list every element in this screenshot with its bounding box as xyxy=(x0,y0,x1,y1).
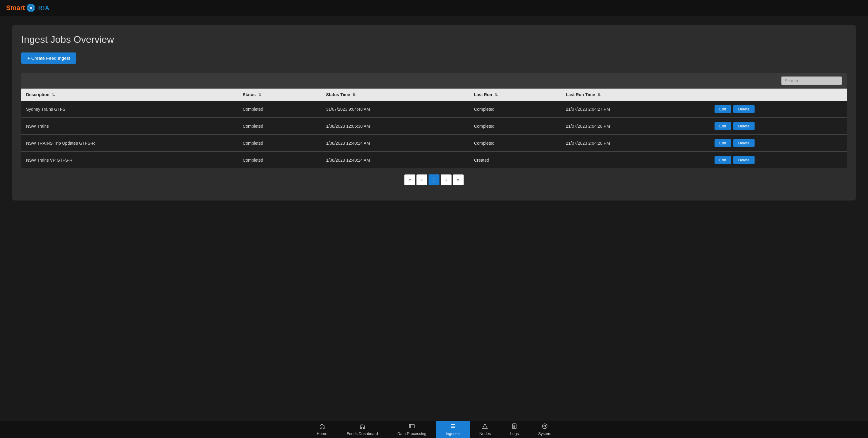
system-icon xyxy=(542,423,548,431)
cell-last-run-2: Completed xyxy=(469,135,561,152)
pagination-current-button[interactable]: 1 xyxy=(429,175,439,185)
table-header: Description ⇅ Status ⇅ Status Time ⇅ L xyxy=(21,89,847,101)
edit-button-0[interactable]: Edit xyxy=(715,105,731,113)
cell-status-1: Completed xyxy=(238,118,321,135)
pagination-first-button[interactable]: « xyxy=(404,175,415,185)
delete-button-0[interactable]: Delete xyxy=(733,105,754,113)
logo: Smart π RTA xyxy=(6,4,49,12)
cell-description-0: Sydney Trains GTFS xyxy=(21,101,238,118)
logo-pi-icon: π xyxy=(27,4,35,12)
nodes-icon xyxy=(482,423,488,431)
cell-last-run-0: Completed xyxy=(469,101,561,118)
logs-icon xyxy=(512,423,518,431)
ingester-label: Ingester xyxy=(446,431,460,436)
logo-smart-text: Smart xyxy=(6,4,25,12)
bottom-nav: Home Feeds Dashboard Data Processing Ing… xyxy=(0,421,868,438)
table-toolbar xyxy=(21,73,847,89)
cell-status-time-3: 1/08/2023 12:48:14 AM xyxy=(321,152,469,169)
feeds-dashboard-icon xyxy=(360,423,366,431)
nav-item-system[interactable]: System xyxy=(528,421,561,438)
edit-button-3[interactable]: Edit xyxy=(715,156,731,164)
svg-point-13 xyxy=(542,424,547,429)
cell-actions-0: Edit Delete xyxy=(710,101,847,118)
logo-rta-text: RTA xyxy=(38,5,49,11)
nodes-label: Nodes xyxy=(479,431,491,436)
edit-button-1[interactable]: Edit xyxy=(715,122,731,130)
create-feed-ingest-button[interactable]: + Create Feed Ingest xyxy=(21,53,76,64)
nav-item-data-processing[interactable]: Data Processing xyxy=(388,421,436,438)
header: Smart π RTA xyxy=(0,0,868,16)
svg-rect-3 xyxy=(409,424,414,428)
data-processing-icon xyxy=(409,423,415,431)
svg-text:π: π xyxy=(30,6,32,10)
delete-button-2[interactable]: Delete xyxy=(733,139,754,147)
cell-description-2: NSW TRAINS Trip Updates GTFS-R xyxy=(21,135,238,152)
pagination: « ‹ 1 › » xyxy=(21,168,847,191)
system-label: System xyxy=(538,431,551,436)
svg-point-14 xyxy=(544,425,546,427)
sort-status-icon[interactable]: ⇅ xyxy=(258,93,261,97)
content-panel: Ingest Jobs Overview + Create Feed Inges… xyxy=(12,25,856,200)
cell-last-run-1: Completed xyxy=(469,118,561,135)
delete-button-3[interactable]: Delete xyxy=(733,156,754,164)
col-description: Description ⇅ xyxy=(21,89,238,101)
cell-description-1: NSW Trains xyxy=(21,118,238,135)
pagination-next-button[interactable]: › xyxy=(441,175,452,185)
cell-status-time-0: 31/07/2023 9:04:48 AM xyxy=(321,101,469,118)
home-label: Home xyxy=(317,431,327,436)
feeds-dashboard-label: Feeds Dashboard xyxy=(347,431,378,436)
sort-description-icon[interactable]: ⇅ xyxy=(52,93,55,97)
cell-actions-3: Edit Delete xyxy=(710,152,847,169)
nav-item-home[interactable]: Home xyxy=(307,421,337,438)
page-title: Ingest Jobs Overview xyxy=(21,34,847,45)
cell-actions-2: Edit Delete xyxy=(710,135,847,152)
edit-button-2[interactable]: Edit xyxy=(715,139,731,147)
nav-item-feeds-dashboard[interactable]: Feeds Dashboard xyxy=(337,421,388,438)
cell-status-3: Completed xyxy=(238,152,321,169)
ingester-icon xyxy=(450,423,456,431)
cell-actions-1: Edit Delete xyxy=(710,118,847,135)
cell-status-time-2: 1/08/2023 12:48:14 AM xyxy=(321,135,469,152)
cell-status-0: Completed xyxy=(238,101,321,118)
cell-status-time-1: 1/08/2023 12:05:30 AM xyxy=(321,118,469,135)
cell-description-3: NSW Trains VP GTFS-R xyxy=(21,152,238,169)
delete-button-1[interactable]: Delete xyxy=(733,122,754,130)
cell-status-2: Completed xyxy=(238,135,321,152)
pagination-last-button[interactable]: » xyxy=(453,175,464,185)
sort-last-run-time-icon[interactable]: ⇅ xyxy=(597,93,600,97)
table-body: Sydney Trains GTFS Completed 31/07/2023 … xyxy=(21,101,847,168)
cell-last-run-3: Created xyxy=(469,152,561,169)
cell-last-run-time-3 xyxy=(561,152,710,169)
ingest-jobs-table: Description ⇅ Status ⇅ Status Time ⇅ L xyxy=(21,89,847,168)
table-row: NSW Trains VP GTFS-R Completed 1/08/2023… xyxy=(21,152,847,169)
pagination-prev-button[interactable]: ‹ xyxy=(416,175,427,185)
main-content: Ingest Jobs Overview + Create Feed Inges… xyxy=(0,16,868,421)
cell-last-run-time-2: 21/07/2023 2:04:28 PM xyxy=(561,135,710,152)
nav-item-ingester[interactable]: Ingester xyxy=(436,421,470,438)
home-icon xyxy=(319,423,325,431)
col-last-run-time: Last Run Time ⇅ xyxy=(561,89,710,101)
data-processing-label: Data Processing xyxy=(397,431,426,436)
col-last-run: Last Run ⇅ xyxy=(469,89,561,101)
table-row: NSW Trains Completed 1/08/2023 12:05:30 … xyxy=(21,118,847,135)
cell-last-run-time-0: 21/07/2023 2:04:27 PM xyxy=(561,101,710,118)
nav-item-logs[interactable]: Logs xyxy=(500,421,528,438)
sort-status-time-icon[interactable]: ⇅ xyxy=(352,93,355,97)
search-input[interactable] xyxy=(781,76,842,85)
cell-last-run-time-1: 21/07/2023 2:04:28 PM xyxy=(561,118,710,135)
table-container: Description ⇅ Status ⇅ Status Time ⇅ L xyxy=(21,73,847,168)
sort-last-run-icon[interactable]: ⇅ xyxy=(495,93,498,97)
svg-marker-8 xyxy=(483,424,487,429)
table-row: Sydney Trains GTFS Completed 31/07/2023 … xyxy=(21,101,847,118)
logs-label: Logs xyxy=(510,431,519,436)
table-row: NSW TRAINS Trip Updates GTFS-R Completed… xyxy=(21,135,847,152)
col-status: Status ⇅ xyxy=(238,89,321,101)
nav-item-nodes[interactable]: Nodes xyxy=(470,421,501,438)
col-actions xyxy=(710,89,847,101)
col-status-time: Status Time ⇅ xyxy=(321,89,469,101)
